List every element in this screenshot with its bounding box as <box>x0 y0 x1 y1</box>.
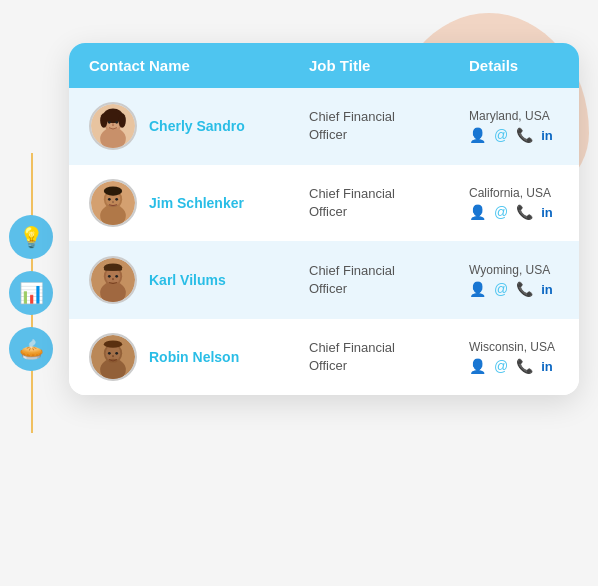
svg-rect-23 <box>104 267 122 271</box>
svg-point-14 <box>104 187 122 196</box>
phone-icon-2[interactable]: 📞 <box>516 204 533 220</box>
phone-icon-4[interactable]: 📞 <box>516 358 533 374</box>
linkedin-icon-1[interactable]: in <box>541 128 553 143</box>
email-icon-3[interactable]: @ <box>494 281 508 297</box>
table-header: Contact Name Job Title Details <box>69 43 579 88</box>
contact-name-2[interactable]: Jim Schlenker <box>149 195 244 211</box>
person-icon-1[interactable]: 👤 <box>469 127 486 143</box>
table-row: Karl Vilums Chief FinancialOfficer Wyomi… <box>69 242 579 319</box>
svg-point-9 <box>112 124 114 126</box>
icons-row-3: 👤 @ 📞 in <box>469 281 559 297</box>
main-wrapper: 💡 📊 🥧 Contact Name Job Title Details <box>9 13 589 573</box>
sidebar-lightbulb-button[interactable]: 💡 <box>9 215 53 259</box>
svg-point-33 <box>115 352 118 355</box>
sidebar: 💡 📊 🥧 <box>9 215 53 371</box>
contact-name-3[interactable]: Karl Vilums <box>149 272 226 288</box>
phone-icon-1[interactable]: 📞 <box>516 127 533 143</box>
details-cell-1: Maryland, USA 👤 @ 📞 in <box>469 109 559 143</box>
email-icon-1[interactable]: @ <box>494 127 508 143</box>
linkedin-icon-3[interactable]: in <box>541 282 553 297</box>
icons-row-1: 👤 @ 📞 in <box>469 127 559 143</box>
details-cell-3: Wyoming, USA 👤 @ 📞 in <box>469 263 559 297</box>
header-contact-name: Contact Name <box>89 57 309 74</box>
linkedin-icon-4[interactable]: in <box>541 359 553 374</box>
contact-cell-1: Cherly Sandro <box>89 102 309 150</box>
icons-row-2: 👤 @ 📞 in <box>469 204 559 220</box>
contact-name-4[interactable]: Robin Nelson <box>149 349 239 365</box>
phone-icon-3[interactable]: 📞 <box>516 281 533 297</box>
location-3: Wyoming, USA <box>469 263 559 277</box>
location-4: Wisconsin, USA <box>469 340 559 354</box>
details-cell-2: California, USA 👤 @ 📞 in <box>469 186 559 220</box>
chart-icon: 📊 <box>19 281 44 305</box>
svg-point-16 <box>115 198 118 201</box>
avatar-2 <box>89 179 137 227</box>
svg-point-34 <box>112 355 114 357</box>
table-body: Cherly Sandro Chief FinancialOfficer Mar… <box>69 88 579 395</box>
email-icon-2[interactable]: @ <box>494 204 508 220</box>
email-icon-4[interactable]: @ <box>494 358 508 374</box>
contact-cell-2: Jim Schlenker <box>89 179 309 227</box>
lightbulb-icon: 💡 <box>19 225 44 249</box>
contact-name-1[interactable]: Cherly Sandro <box>149 118 245 134</box>
sidebar-chart-button[interactable]: 📊 <box>9 271 53 315</box>
job-title-3: Chief FinancialOfficer <box>309 262 469 298</box>
contact-cell-4: Robin Nelson <box>89 333 309 381</box>
svg-point-7 <box>108 121 111 124</box>
job-title-4: Chief FinancialOfficer <box>309 339 469 375</box>
person-icon-2[interactable]: 👤 <box>469 204 486 220</box>
table-row: Cherly Sandro Chief FinancialOfficer Mar… <box>69 88 579 165</box>
avatar-3 <box>89 256 137 304</box>
linkedin-icon-2[interactable]: in <box>541 205 553 220</box>
svg-point-6 <box>119 113 126 128</box>
person-icon-3[interactable]: 👤 <box>469 281 486 297</box>
location-1: Maryland, USA <box>469 109 559 123</box>
details-cell-4: Wisconsin, USA 👤 @ 📞 in <box>469 340 559 374</box>
contact-cell-3: Karl Vilums <box>89 256 309 304</box>
svg-point-32 <box>108 352 111 355</box>
header-job-title: Job Title <box>309 57 469 74</box>
svg-point-17 <box>112 201 114 203</box>
job-title-1: Chief FinancialOfficer <box>309 108 469 144</box>
svg-point-31 <box>104 341 122 348</box>
svg-point-15 <box>108 198 111 201</box>
svg-point-25 <box>115 275 118 278</box>
icons-row-4: 👤 @ 📞 in <box>469 358 559 374</box>
contacts-card: Contact Name Job Title Details <box>69 43 579 395</box>
pie-icon: 🥧 <box>19 337 44 361</box>
avatar-1 <box>89 102 137 150</box>
svg-point-26 <box>112 278 114 280</box>
svg-point-8 <box>115 121 118 124</box>
svg-point-5 <box>100 113 107 128</box>
person-icon-4[interactable]: 👤 <box>469 358 486 374</box>
job-title-2: Chief FinancialOfficer <box>309 185 469 221</box>
avatar-4 <box>89 333 137 381</box>
table-row: Robin Nelson Chief FinancialOfficer Wisc… <box>69 319 579 395</box>
sidebar-pie-button[interactable]: 🥧 <box>9 327 53 371</box>
location-2: California, USA <box>469 186 559 200</box>
svg-point-35 <box>108 359 117 363</box>
header-details: Details <box>469 57 559 74</box>
svg-point-24 <box>108 275 111 278</box>
table-row: Jim Schlenker Chief FinancialOfficer Cal… <box>69 165 579 242</box>
